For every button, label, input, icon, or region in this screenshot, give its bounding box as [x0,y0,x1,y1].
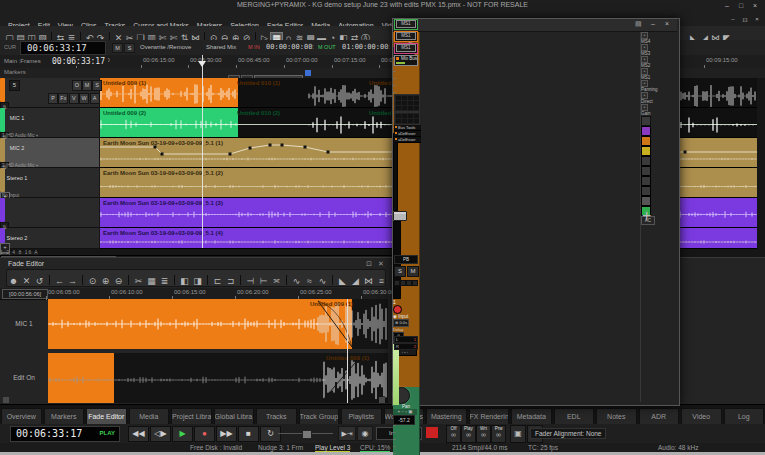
strip-mute-button[interactable]: M [407,266,419,277]
list-icon[interactable]: ≣ [158,274,171,288]
marker-color-swatch[interactable] [305,70,311,76]
track-v-button[interactable]: V [69,93,79,104]
panel-expand-button[interactable]: + [641,56,648,63]
bus-assign-chip[interactable]: MS1 [396,20,416,28]
fade-resize-handle-right[interactable] [379,397,385,403]
nudge-left-icon[interactable]: ⊣ [244,274,257,288]
tab-log[interactable]: Log [724,408,765,424]
strip-record-button[interactable] [393,305,402,314]
panel-section-label[interactable]: MS3 [641,51,678,56]
panel-color-chip[interactable] [641,176,651,186]
fader-value-display[interactable]: -57.2 [393,415,415,425]
fade-editor-close-button[interactable]: ✕ [378,260,384,268]
panel-button[interactable] [641,116,651,126]
panel-expand-button[interactable]: + [641,104,648,111]
shuttle-slider[interactable] [278,430,333,437]
panel-expand-button[interactable]: + [641,80,648,87]
fade-in-shape-icon[interactable]: ◣ [336,274,349,288]
plugin-slot[interactable]: uDeEsser [394,137,421,143]
panel-section-label[interactable]: MS1 [641,75,678,80]
tab-playlists[interactable]: Playlists [341,408,382,424]
play-button[interactable]: ▶ [172,426,193,442]
track-a-button[interactable]: A [90,93,100,104]
panel-expand-button[interactable]: + [641,68,648,75]
remove-fade-icon[interactable]: ✕ [20,274,33,288]
track-o-button[interactable]: O [72,80,82,91]
send-slot-mix-bus[interactable]: Mix Bus [394,55,418,66]
panel-section-label[interactable]: Panning [641,87,678,92]
io-channel-row[interactable]: R2 [394,343,418,350]
cursor-time-display[interactable]: 00:06:33:17 [20,41,106,55]
tab-project-libra-[interactable]: Project Libra... [171,408,212,424]
mixer-close-button[interactable]: × [665,20,669,27]
fader-track[interactable] [393,133,398,211]
jog-button[interactable]: ◉ [357,426,373,441]
undo-icon[interactable]: ↺ [33,274,46,288]
panel-gain-label[interactable]: Gain [641,111,678,116]
mark-out-value[interactable]: 01:00:00:00 [342,43,388,51]
play-level-status[interactable]: Play Level 3 [315,444,350,452]
child-restore-button[interactable]: ⊡ [740,16,750,23]
mixer-minimize-button[interactable]: – [651,20,655,27]
preset-icon[interactable]: ☻ [7,274,20,288]
panel-section-label[interactable]: Direct [641,99,678,104]
child-minimize-button[interactable]: – [728,16,738,22]
io-channel-row[interactable]: L1 [394,336,418,343]
mark-in-value[interactable]: 00:00:00:00 [266,43,312,51]
bus-assign-chip[interactable]: MS1 [396,32,416,40]
track-header[interactable]: 5⇅Stereo 2OMSPFxVWA [0,198,99,228]
tab-tracks[interactable]: Tracks [256,408,297,424]
panel-expand-button[interactable]: + [641,32,648,39]
panel-expand-button[interactable]: + [641,44,648,51]
panel-color-chip[interactable] [641,196,651,206]
stop-button[interactable]: ■ [238,426,259,442]
panel-color-chip[interactable] [641,136,651,146]
eq-display[interactable] [394,94,420,112]
record-button[interactable]: ● [194,426,215,442]
edit-mode-selector[interactable]: Overwrite /Remove [140,44,191,50]
panel-section-label[interactable]: MS4 [641,39,678,44]
plugin-slot[interactable]: Bus Tools [394,125,421,131]
panel-color-chip[interactable] [641,166,651,176]
window-maximize-button[interactable]: □ [736,2,746,9]
track-fx-button[interactable]: Fx [58,93,68,104]
panel-expand-button[interactable]: + [641,92,648,99]
crossfade-icon[interactable]: ⋈ [362,274,375,288]
track-s-button[interactable]: S [92,80,102,91]
tab-track-groups[interactable]: Track Groups [299,408,340,424]
ruler-format-label[interactable]: Main :Frames [4,58,41,64]
prev-edit-icon[interactable]: ← [53,274,66,288]
fade-resize-handle-left[interactable] [3,397,9,403]
fade-lane-out-clip[interactable]: Untitled 009 (1) [48,299,388,349]
trim-left-icon[interactable]: ⊏ [211,274,224,288]
trim-right-icon[interactable]: ⊐ [224,274,237,288]
io-gain-chip[interactable]: ⊗ 0.0s [393,319,409,327]
zoom-sel-icon[interactable]: ⊙ [86,274,99,288]
panel-color-chip[interactable]: + [641,206,651,216]
window-close-button[interactable]: × [750,2,760,9]
nudge-right-icon[interactable]: ⊢ [257,274,270,288]
bus-assign-chip[interactable]: MS1 [396,44,416,52]
fader-cap[interactable] [393,211,407,221]
cut-icon[interactable]: ✂ [132,274,145,288]
window-minimize-button[interactable]: – [722,2,732,9]
strip-option-button[interactable] [412,280,418,286]
rewind-button[interactable]: ◀◀ [128,426,149,442]
align-icon[interactable]: ≍ [270,274,283,288]
panel-color-chip[interactable] [641,126,651,136]
dynamics-display[interactable] [394,112,420,125]
panel-color-chip[interactable] [641,146,651,156]
mixer-menu-icon[interactable]: ▤ [635,20,642,28]
next-edit-icon[interactable]: → [66,274,79,288]
panel-color-chip[interactable] [641,156,651,166]
track-m-button[interactable]: M [82,80,92,91]
track-p-button[interactable]: P [48,93,58,104]
sync-button[interactable]: S [124,43,135,53]
forward-button[interactable]: ▶▶ [216,426,237,442]
plugin-slot[interactable]: uDeEsser [394,131,421,137]
zoom-in-icon[interactable]: ⊕ [99,274,112,288]
panel-section-label[interactable]: MS2 [641,63,678,68]
tab-markers[interactable]: Markers [44,408,85,424]
mark-button[interactable]: M [112,43,123,53]
mix-mode-selector[interactable]: Shared Mix [206,44,236,50]
